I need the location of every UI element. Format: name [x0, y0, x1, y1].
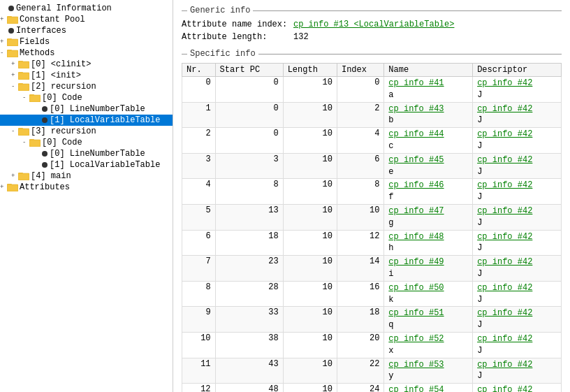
tree-item-recursion[interactable]: - [2] recursion	[0, 81, 173, 92]
cp-info-name-link[interactable]: cp info #50	[388, 283, 444, 293]
table-cell-length: 10	[283, 77, 337, 103]
tree-item-constant-pool[interactable]: + Constant Pool	[0, 14, 173, 25]
table-cell-descriptor: cp info #42J	[473, 153, 562, 179]
table-cell-nr: 8	[182, 281, 216, 307]
cp-info-desc-link[interactable]: cp info #42	[477, 104, 532, 114]
cp-info-desc-link[interactable]: cp info #42	[477, 232, 532, 242]
table-row: 12481024cp info #54cp info #42J	[182, 384, 562, 392]
cp-info-name-link[interactable]: cp info #51	[388, 308, 444, 318]
tree-label: [0] LineNumberTable	[50, 104, 145, 114]
cp-info-name-link[interactable]: cp info #47	[388, 206, 444, 216]
tree-expand-icon: -	[11, 83, 18, 90]
tree-item-localvariabletable2[interactable]: [1] LocalVariableTable	[0, 159, 173, 170]
tree-label: General Information	[16, 3, 112, 13]
table-row: 00100cp info #41acp info #42J	[182, 77, 562, 103]
cp-info-name-link[interactable]: cp info #46	[388, 180, 444, 190]
cp-info-name-link[interactable]: cp info #54	[388, 385, 444, 392]
tree-item-recursion2[interactable]: - [3] recursion	[0, 126, 173, 137]
cp-info-desc-link[interactable]: cp info #42	[477, 283, 532, 293]
tree-item-init[interactable]: + [1] <init>	[0, 70, 173, 81]
name-variable: q	[388, 320, 393, 330]
desc-type: J	[477, 269, 482, 279]
tree-label: Methods	[20, 48, 54, 58]
cp-info-desc-link[interactable]: cp info #42	[477, 257, 532, 267]
cp-info-desc-link[interactable]: cp info #42	[477, 360, 532, 370]
cp-info-name-link[interactable]: cp info #45	[388, 155, 444, 165]
table-cell-index: 18	[337, 307, 383, 333]
table-cell-nr: 11	[182, 358, 216, 384]
cp-info-name-link[interactable]: cp info #43	[388, 104, 444, 114]
table-cell-nr: 9	[182, 307, 216, 333]
tree-item-linenumbertable2[interactable]: [0] LineNumberTable	[0, 148, 173, 159]
table-row: 7231014cp info #49icp info #42J	[182, 256, 562, 282]
table-cell-index: 8	[337, 179, 383, 205]
folder-icon	[18, 171, 29, 181]
cp-info-desc-link[interactable]: cp info #42	[477, 385, 532, 392]
name-variable: e	[388, 167, 393, 177]
tree-item-linenumbertable[interactable]: [0] LineNumberTable	[0, 103, 173, 115]
svg-rect-4	[7, 38, 12, 41]
cp-info-desc-link[interactable]: cp info #42	[477, 308, 532, 318]
tree-expand-icon: +	[0, 38, 7, 45]
table-cell-startpc: 28	[215, 281, 283, 307]
cp-info-name-link[interactable]: cp info #49	[388, 257, 444, 267]
cp-info-desc-link[interactable]: cp info #42	[477, 206, 532, 216]
cp-info-name-link[interactable]: cp info #53	[388, 360, 444, 370]
table-cell-length: 10	[283, 358, 337, 384]
table-cell-startpc: 3	[215, 153, 283, 179]
tree-item-general-info[interactable]: General Information	[0, 3, 173, 14]
cp-info-name-link[interactable]: cp info #48	[388, 232, 444, 242]
cp-info-name-link[interactable]: cp info #41	[388, 78, 444, 88]
tree-item-methods[interactable]: - Methods	[0, 48, 173, 59]
desc-type: J	[477, 295, 482, 305]
cp-info-name-link[interactable]: cp info #44	[388, 129, 444, 139]
svg-rect-1	[7, 16, 12, 18]
table-column-header: Nr.	[182, 64, 216, 77]
table-column-header: Descriptor	[473, 64, 562, 77]
bullet-icon	[42, 117, 48, 123]
tree-item-fields[interactable]: + Fields	[0, 36, 173, 48]
tree-item-attributes[interactable]: + Attributes	[0, 182, 173, 193]
svg-rect-16	[18, 83, 23, 85]
name-variable: h	[388, 243, 393, 253]
info-value[interactable]: cp info #13 <LocalVariableTable>	[293, 20, 454, 29]
tree-item-code2[interactable]: - [0] Code	[0, 137, 173, 148]
tree-item-interfaces[interactable]: Interfaces	[0, 25, 173, 36]
cp-info-name-link[interactable]: cp info #52	[388, 334, 444, 344]
desc-type: J	[477, 243, 482, 253]
tree-expand-icon: +	[11, 173, 18, 180]
tree-item-clinit[interactable]: + [0] <clinit>	[0, 59, 173, 70]
cp-info-desc-link[interactable]: cp info #42	[477, 129, 532, 139]
table-cell-descriptor: cp info #42J	[473, 332, 562, 358]
table-cell-startpc: 33	[215, 307, 283, 333]
tree-item-localvariabletable[interactable]: [1] LocalVariableTable	[0, 115, 173, 126]
table-cell-index: 20	[337, 332, 383, 358]
tree-item-code[interactable]: - [0] Code	[0, 92, 173, 103]
table-row: 10381020cp info #52xcp info #42J	[182, 332, 562, 358]
table-row: 5131010cp info #47gcp info #42J	[182, 204, 562, 230]
table-cell-index: 12	[337, 230, 383, 256]
tree-toggle	[34, 104, 41, 114]
cp-info-desc-link[interactable]: cp info #42	[477, 180, 532, 190]
cp-info-desc-link[interactable]: cp info #42	[477, 78, 532, 88]
table-cell-index: 14	[337, 256, 383, 282]
table-cell-index: 0	[337, 77, 383, 103]
table-cell-length: 10	[283, 179, 337, 205]
cp-info-desc-link[interactable]: cp info #42	[477, 334, 532, 344]
table-cell-name: cp info #44c	[384, 128, 473, 154]
specific-info-section: Specific info Nr.Start PCLengthIndexName…	[182, 49, 562, 392]
cp-info-desc-link[interactable]: cp info #42	[477, 155, 532, 165]
table-cell-index: 10	[337, 204, 383, 230]
table-row: 11431022cp info #53ycp info #42J	[182, 358, 562, 384]
table-cell-index: 16	[337, 281, 383, 307]
table-cell-length: 10	[283, 230, 337, 256]
table-cell-startpc: 13	[215, 204, 283, 230]
table-row: 9331018cp info #51qcp info #42J	[182, 307, 562, 333]
tree-expand-icon: -	[22, 94, 29, 101]
tree-item-main[interactable]: + [4] main	[0, 170, 173, 182]
table-cell-length: 10	[283, 128, 337, 154]
svg-rect-31	[7, 184, 12, 186]
table-cell-name: cp info #43b	[384, 102, 473, 128]
table-cell-nr: 6	[182, 230, 216, 256]
svg-rect-10	[18, 61, 23, 63]
